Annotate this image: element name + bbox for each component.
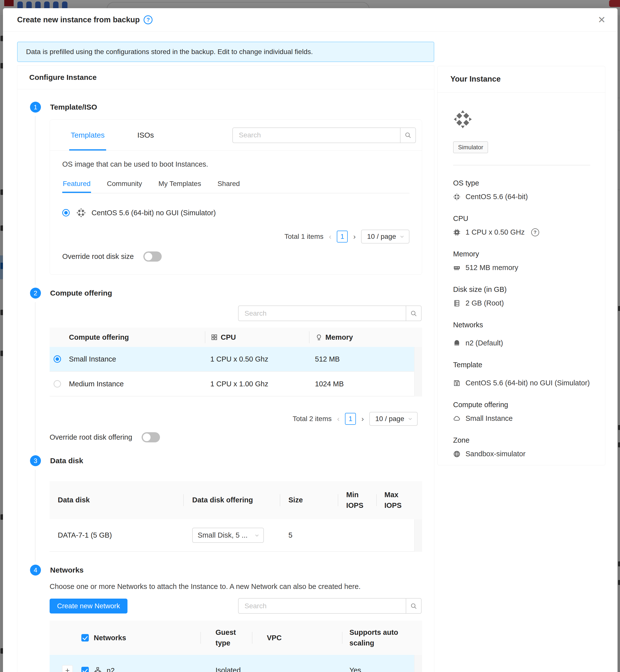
offering-memory: 1024 MB	[309, 380, 409, 388]
step-number-badge: 4	[30, 565, 41, 575]
summary-label: Zone	[453, 436, 590, 444]
override-root-disk-offering-label: Override root disk offering	[50, 433, 132, 442]
template-option-row[interactable]: CentOS 5.6 (64-bit) no GUI (Simulator)	[62, 208, 409, 218]
data-disk-name: DATA-7-1 (5 GB)	[50, 531, 183, 539]
page-size-select[interactable]: 10 / page	[369, 412, 418, 426]
template-pagination: Total 1 items ‹ 1 › 10 / page	[62, 229, 409, 244]
page-button[interactable]: 1	[345, 413, 356, 425]
summary-section-compute-offering: Compute offering Small Instance	[453, 401, 590, 422]
summary-label: Memory	[453, 250, 590, 258]
template-selector-card: Templates ISOs	[50, 119, 422, 275]
modal-title: Create new instance from backup	[17, 15, 140, 24]
page-size-select[interactable]: 10 / page	[361, 229, 409, 244]
close-icon[interactable]: ✕	[598, 15, 606, 24]
tab-isos[interactable]: ISOs	[136, 120, 155, 151]
step-number-badge: 3	[30, 455, 41, 466]
disk-offering-select[interactable]: Small Disk, 5 ...	[192, 528, 264, 543]
summary-value: Small Instance	[465, 414, 513, 422]
summary-value: CentOS 5.6 (64-bit)	[465, 193, 528, 201]
os-centos-icon	[453, 193, 461, 201]
template-option-label: CentOS 5.6 (64-bit) no GUI (Simulator)	[92, 209, 216, 217]
select-all-checkbox[interactable]	[81, 634, 89, 641]
summary-section-memory: Memory 512 MB memory	[453, 250, 590, 272]
column-header-offering: Data disk offering	[183, 495, 280, 506]
data-disk-table: Data disk Data disk offering Size Min IO…	[50, 481, 422, 552]
tab-templates[interactable]: Templates	[69, 120, 106, 151]
step-number-badge: 2	[30, 288, 41, 299]
template-filter-tabs: Featured Community My Templates Shared	[62, 180, 409, 194]
page-button[interactable]: 1	[337, 230, 348, 243]
tab-my-templates[interactable]: My Templates	[158, 180, 202, 193]
prev-page-icon[interactable]: ‹	[336, 415, 341, 423]
summary-section-os-type: OS type CentOS 5.6 (64-bit)	[453, 179, 590, 201]
networks-description: Choose one or more Networks to attach th…	[50, 582, 422, 591]
summary-label: CPU	[453, 214, 590, 223]
summary-value: 2 GB (Root)	[465, 299, 504, 307]
summary-label: OS type	[453, 179, 590, 187]
table-scrollbar[interactable]	[414, 655, 422, 672]
cpu-chip-icon	[453, 228, 461, 236]
column-header-memory: Memory	[309, 333, 409, 342]
network-row-n2[interactable]: + n2 Iso	[50, 655, 422, 672]
summary-section-disk: Disk size (in GB) 2 GB (Root)	[453, 286, 590, 307]
compute-row-medium[interactable]: Medium Instance 1 CPU x 1.00 Ghz 1024 MB	[50, 372, 422, 397]
step-tail	[35, 302, 36, 452]
data-disk-row: DATA-7-1 (5 GB) Small Disk, 5 ... 5	[50, 519, 422, 552]
radio-selected-icon[interactable]	[62, 209, 70, 216]
page-size-value: 10 / page	[367, 232, 396, 241]
summary-section-cpu: CPU 1 CPU x 0.50 GHz ?	[453, 214, 590, 236]
summary-label: Networks	[453, 321, 590, 329]
step-data-disk: 3 Data disk Data disk Data disk offering…	[17, 455, 422, 552]
offering-cpu: 1 CPU x 0.50 Ghz	[205, 355, 309, 363]
disk-icon	[453, 300, 461, 307]
summary-section-zone: Zone Sandbox-simulator	[453, 436, 590, 458]
override-root-disk-size-toggle[interactable]	[143, 251, 162, 262]
template-search-input[interactable]	[233, 131, 400, 139]
compute-search	[238, 306, 422, 321]
network-auto-scaling: Yes	[342, 665, 414, 672]
info-banner: Data is prefilled using the configuratio…	[17, 42, 434, 62]
step-number-badge: 1	[30, 102, 41, 113]
column-header-vpc: VPC	[252, 634, 342, 642]
radio-unselected-icon[interactable]	[54, 380, 61, 387]
memory-header-label: Memory	[325, 333, 353, 342]
tab-featured[interactable]: Featured	[62, 180, 91, 193]
chevron-down-icon	[254, 533, 259, 538]
radio-selected-icon[interactable]	[54, 355, 61, 363]
create-new-network-button[interactable]: Create new Network	[50, 599, 127, 614]
search-icon[interactable]	[406, 599, 421, 613]
search-icon[interactable]	[400, 128, 415, 143]
compute-search-input[interactable]	[239, 309, 406, 317]
summary-section-networks: Networks n2 (Default)	[453, 321, 590, 347]
your-instance-title: Your Instance	[437, 66, 605, 93]
search-icon[interactable]	[406, 306, 421, 321]
configure-instance-card: Configure Instance 1 Template/ISO Templa…	[17, 65, 434, 672]
tab-shared[interactable]: Shared	[217, 180, 240, 193]
prev-page-icon[interactable]: ‹	[328, 232, 332, 241]
step-label: Data disk	[50, 457, 83, 465]
help-icon[interactable]: ?	[144, 15, 153, 24]
cpu-help-icon[interactable]: ?	[531, 228, 539, 236]
column-header-offering: Compute offering	[50, 333, 205, 342]
next-page-icon[interactable]: ›	[352, 232, 357, 241]
template-description: OS image that can be used to boot Instan…	[62, 160, 409, 168]
network-row-checkbox[interactable]	[81, 667, 89, 672]
override-root-disk-offering-toggle[interactable]	[142, 432, 160, 443]
summary-value: 1 CPU x 0.50 GHz	[465, 228, 525, 236]
column-header-networks: Networks	[50, 634, 200, 642]
apartment-icon	[94, 667, 102, 672]
divider	[453, 165, 590, 165]
table-scrollbar[interactable]	[414, 519, 422, 552]
tab-community[interactable]: Community	[106, 180, 143, 193]
compute-row-small[interactable]: Small Instance 1 CPU x 0.50 Ghz 512 MB	[50, 347, 422, 372]
table-scrollbar[interactable]	[414, 347, 422, 397]
cloud-icon	[453, 415, 461, 422]
template-icon	[453, 379, 461, 387]
summary-value: CentOS 5.6 (64-bit) no GUI (Simulator)	[465, 379, 590, 387]
override-root-disk-size-label: Override root disk size	[62, 252, 134, 261]
network-search-input[interactable]	[239, 602, 406, 610]
network-guest-type: Isolated	[200, 665, 252, 672]
your-instance-panel: Your Instance Simulator OS type	[437, 66, 605, 465]
summary-value: 512 MB memory	[465, 264, 518, 272]
next-page-icon[interactable]: ›	[360, 415, 365, 423]
